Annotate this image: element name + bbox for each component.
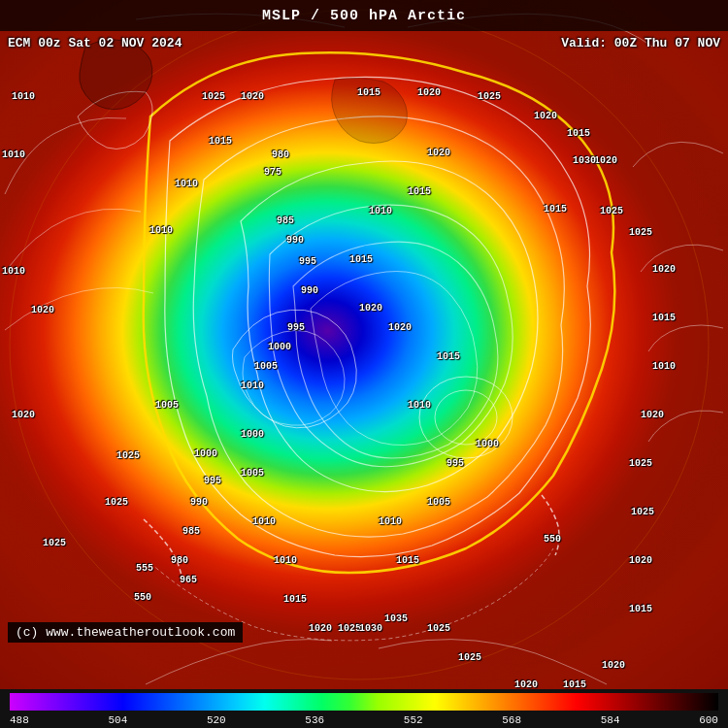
colorbar-labels: 488504520536552568584600 xyxy=(10,714,718,726)
colorbar-label: 536 xyxy=(305,714,324,726)
valid-time-label: Valid: 00Z Thu 07 NOV xyxy=(561,36,720,50)
watermark: (c) www.theweatheroutlook.com xyxy=(8,622,243,643)
colorbar-label: 552 xyxy=(404,714,423,726)
header-bar: MSLP / 500 hPA Arctic xyxy=(0,0,728,31)
colorbar-label: 520 xyxy=(207,714,226,726)
colorbar-gradient xyxy=(10,693,718,711)
colorbar-label: 504 xyxy=(108,714,127,726)
svg-point-1 xyxy=(419,377,513,458)
run-time-label: ECM 00z Sat 02 NOV 2024 xyxy=(8,36,182,50)
colorbar-label: 488 xyxy=(10,714,29,726)
main-container: MSLP / 500 hPA Arctic ECM 00z Sat 02 NOV… xyxy=(0,0,728,728)
map-area: MSLP / 500 hPA Arctic ECM 00z Sat 02 NOV… xyxy=(0,0,728,689)
header-title: MSLP / 500 hPA Arctic xyxy=(262,8,466,24)
colorbar-section: 488504520536552568584600 xyxy=(0,689,728,728)
contour-svg xyxy=(0,0,728,689)
colorbar-label: 600 xyxy=(699,714,718,726)
sub-header: ECM 00z Sat 02 NOV 2024 Valid: 00Z Thu 0… xyxy=(0,31,728,54)
svg-point-2 xyxy=(435,390,497,445)
colorbar-label: 584 xyxy=(601,714,620,726)
colorbar-label: 568 xyxy=(502,714,521,726)
